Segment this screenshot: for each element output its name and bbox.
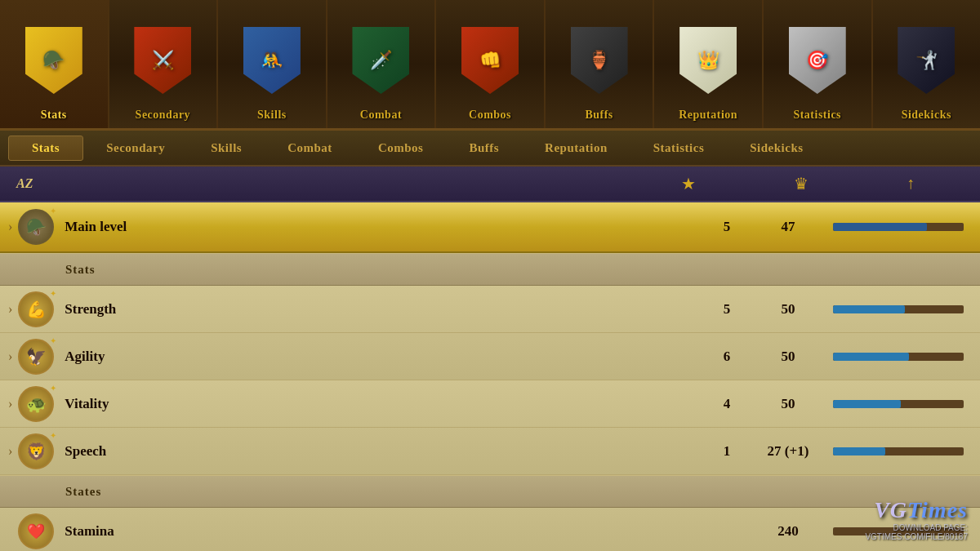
- tab-statistics[interactable]: Statistics: [630, 136, 728, 160]
- shield-container-buffs: 🏺: [546, 16, 653, 105]
- vitality-icon-wrapper: 🐢 ✦: [16, 384, 56, 424]
- shield-container-stats: 🪖: [0, 16, 108, 105]
- nav-item-buffs[interactable]: 🏺 Buffs: [546, 0, 655, 128]
- shield-sidekicks: 🤺: [898, 27, 955, 94]
- vitality-val2: 50: [751, 396, 825, 412]
- nav-label-buffs: Buffs: [585, 109, 612, 122]
- stamina-icon-wrapper: ❤️: [16, 511, 56, 552]
- strength-star: ✦: [50, 289, 56, 298]
- agility-star: ✦: [50, 336, 56, 345]
- shield-stats: 🪖: [25, 27, 82, 94]
- sort-bar: AZ ★ ♛ ↑: [0, 167, 980, 202]
- strength-name: Strength: [65, 301, 702, 318]
- nav-item-sidekicks[interactable]: 🤺 Sidekicks: [873, 0, 981, 128]
- agility-name: Agility: [65, 349, 702, 365]
- speech-star: ✦: [50, 431, 56, 440]
- vitality-row: › 🐢 ✦ Vitality 4 50: [0, 380, 980, 428]
- tab-sidekicks[interactable]: Sidekicks: [727, 136, 826, 160]
- strength-bar-track: [833, 305, 964, 313]
- agility-icon-wrapper: 🦅 ✦: [16, 336, 56, 377]
- tab-bar: StatsSecondarySkillsCombatCombosBuffsRep…: [0, 131, 980, 167]
- shield-container-secondary: ⚔️: [109, 16, 217, 105]
- shield-container-reputation: 👑: [654, 16, 762, 105]
- tab-combat[interactable]: Combat: [265, 136, 355, 160]
- nav-item-statistics[interactable]: 🎯 Statistics: [764, 0, 873, 128]
- tab-secondary[interactable]: Secondary: [83, 136, 188, 160]
- vitality-val1: 4: [702, 396, 751, 412]
- agility-val1: 6: [702, 349, 751, 365]
- shield-emoji-combat: 🗡️: [370, 50, 392, 71]
- stamina-row: › ❤️ Stamina 240: [0, 508, 980, 551]
- shield-combat: 🗡️: [352, 27, 409, 94]
- tab-skills[interactable]: Skills: [188, 136, 265, 160]
- speech-chevron[interactable]: ›: [8, 444, 12, 459]
- shield-emoji-sidekicks: 🤺: [915, 50, 938, 71]
- shield-container-combat: 🗡️: [327, 16, 435, 105]
- nav-label-reputation: Reputation: [679, 109, 737, 122]
- agility-bar-container: [825, 353, 972, 361]
- speech-bar-container: [825, 447, 972, 455]
- nav-item-skills[interactable]: 🤼 Skills: [218, 0, 327, 128]
- main-level-bar-fill: [833, 223, 927, 231]
- crown-sort-icon[interactable]: ♛: [794, 174, 808, 193]
- vitality-chevron[interactable]: ›: [8, 397, 12, 411]
- shield-emoji-statistics: 🎯: [806, 50, 828, 71]
- speech-val1: 1: [702, 443, 751, 460]
- shield-container-statistics: 🎯: [764, 16, 871, 105]
- nav-item-combat[interactable]: 🗡️ Combat: [327, 0, 437, 128]
- main-level-chevron[interactable]: ›: [8, 220, 12, 234]
- shield-secondary: ⚔️: [134, 27, 191, 94]
- sort-az-label[interactable]: AZ: [16, 176, 33, 191]
- tab-buffs[interactable]: Buffs: [446, 136, 522, 160]
- nav-label-stats: Stats: [41, 109, 67, 122]
- vitality-bar-container: [825, 400, 972, 408]
- strength-icon: 💪: [18, 291, 54, 327]
- vitality-name: Vitality: [65, 396, 702, 412]
- strength-val1: 5: [702, 301, 751, 318]
- shield-emoji-combos: 👊: [479, 50, 501, 71]
- stats-section-header: Stats: [0, 253, 980, 286]
- nav-label-skills: Skills: [257, 109, 287, 122]
- watermark: VGTimes DOWNLOAD PAGE: VGTIMES.COM/FILE/…: [865, 497, 968, 541]
- speech-row: › 🦁 ✦ Speech 1 27 (+1): [0, 428, 980, 475]
- nav-item-stats[interactable]: 🪖 Stats: [0, 0, 109, 128]
- shield-combos: 👊: [461, 27, 519, 94]
- arrow-sort-icon[interactable]: ↑: [906, 174, 915, 193]
- agility-bar-track: [833, 353, 964, 361]
- tab-reputation[interactable]: Reputation: [522, 136, 630, 160]
- watermark-logo: VGTimes: [874, 497, 968, 523]
- shield-statistics: 🎯: [789, 27, 846, 94]
- main-level-bar-track: [833, 223, 964, 231]
- strength-chevron[interactable]: ›: [8, 302, 12, 317]
- watermark-url2: VGTIMES.COM/FILE/80187: [865, 532, 968, 541]
- content-area: › 🪖 ✦ Main level 5 47 Stats: [0, 202, 980, 551]
- stamina-val2: 240: [751, 523, 825, 540]
- stats-section-title: Stats: [65, 263, 96, 277]
- main-level-name: Main level: [65, 219, 702, 235]
- shield-container-combos: 👊: [436, 16, 544, 105]
- strength-row: › 💪 ✦ Strength 5 50: [0, 286, 980, 333]
- vitality-bar-fill: [833, 400, 901, 408]
- nav-item-combos[interactable]: 👊 Combos: [436, 0, 546, 128]
- shield-container-sidekicks: 🤺: [873, 16, 981, 105]
- strength-bar-fill: [833, 305, 905, 313]
- watermark-url1: DOWNLOAD PAGE:: [893, 523, 969, 532]
- main-level-row: › 🪖 ✦ Main level 5 47: [0, 202, 980, 253]
- nav-label-combos: Combos: [469, 109, 511, 122]
- nav-label-sidekicks: Sidekicks: [902, 109, 951, 122]
- agility-chevron[interactable]: ›: [8, 349, 12, 364]
- nav-item-reputation[interactable]: 👑 Reputation: [654, 0, 764, 128]
- states-section-header: States: [0, 475, 980, 508]
- nav-label-combat: Combat: [360, 109, 402, 122]
- agility-row: › 🦅 ✦ Agility 6 50: [0, 333, 980, 380]
- shield-emoji-buffs: 🏺: [588, 50, 610, 71]
- main-level-val1: 5: [702, 219, 751, 235]
- content-wrapper: › 🪖 ✦ Main level 5 47 Stats: [0, 202, 980, 551]
- tab-combos[interactable]: Combos: [355, 136, 447, 160]
- shield-emoji-skills: 🤼: [261, 50, 283, 71]
- nav-item-secondary[interactable]: ⚔️ Secondary: [109, 0, 219, 128]
- tab-stats[interactable]: Stats: [8, 136, 83, 161]
- main-level-icon: 🪖: [18, 209, 54, 245]
- vitality-bar-track: [833, 400, 964, 408]
- star-sort-icon[interactable]: ★: [681, 174, 696, 193]
